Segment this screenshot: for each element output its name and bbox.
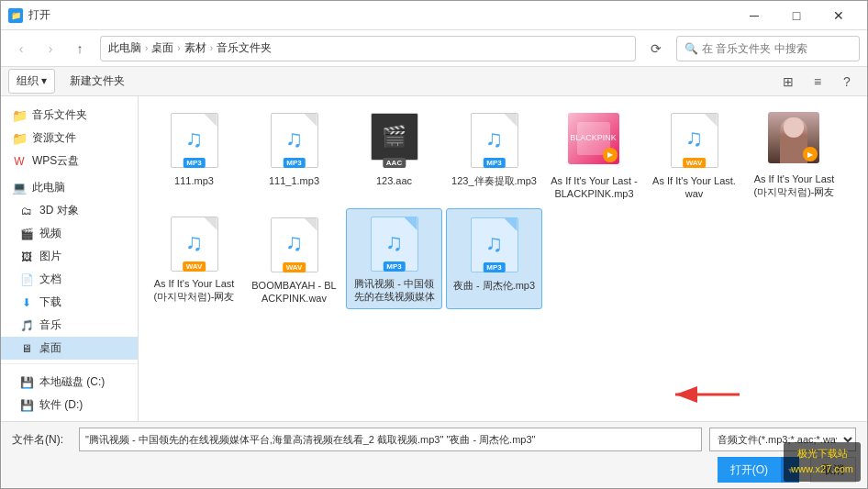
sidebar-item-documents[interactable]: 📄 文档 — [1, 268, 138, 291]
mp3-file-icon: ♫ MP3 — [271, 113, 318, 170]
maximize-button[interactable]: □ — [775, 1, 818, 30]
title-bar-left: 📁 打开 — [8, 7, 50, 23]
filename-row: 文件名(N): 音频文件(*.mp3;*.aac;*.wav;* — [12, 428, 856, 451]
breadcrumb-music-folder[interactable]: 音乐文件夹 — [217, 40, 272, 56]
minimize-button[interactable]: ─ — [733, 1, 775, 30]
documents-icon: 📄 — [19, 272, 34, 287]
file-name: 夜曲 - 周杰伦.mp3 — [453, 279, 535, 292]
open-dialog: 📁 打开 ─ □ ✕ ‹ › ↑ 此电脑 › 桌面 › 素材 › 音乐文件夹 ⟳… — [0, 0, 868, 489]
file-name: 111.mp3 — [174, 174, 214, 187]
file-item-asif-photo[interactable]: ▶ As If It's Your Last(마지막처럼)-网友别名：韩国证件照… — [746, 104, 842, 205]
sidebar-item-resource[interactable]: 📁 资源文件 — [1, 127, 138, 150]
sidebar-label: 下载 — [39, 295, 61, 310]
window-controls: ─ □ ✕ — [733, 1, 860, 30]
red-arrow-container — [671, 381, 744, 411]
sidebar-item-images[interactable]: 🖼 图片 — [1, 245, 138, 268]
file-name: As If It's Your Last(마지막처럼)-网友别名：韩国证件照抖音… — [751, 172, 838, 200]
breadcrumb-desktop[interactable]: 桌面 — [151, 40, 173, 56]
up-button[interactable]: ↑ — [67, 36, 93, 61]
sidebar-item-desktop[interactable]: 🖥 桌面 — [1, 337, 138, 360]
video-icon: 🎬 — [19, 227, 34, 241]
sidebar: 📁 音乐文件夹 📁 资源文件 W WPS云盘 💻 此电脑 🗂 3D 对象 🎬 — [1, 96, 139, 421]
sidebar-item-music[interactable]: 🎵 音乐 — [1, 314, 138, 337]
button-row: 打开(O) ▾ 取消 — [12, 457, 856, 483]
mp3-file-icon: ♫ MP3 — [471, 113, 518, 170]
sidebar-item-video[interactable]: 🎬 视频 — [1, 222, 138, 245]
sidebar-item-3d[interactable]: 🗂 3D 对象 — [1, 199, 138, 222]
file-item-tencent-video[interactable]: ♫ MP3 腾讯视频 - 中国领先的在线视频媒体平台,海量高清视频在线... — [346, 208, 442, 309]
back-button[interactable]: ‹ — [8, 36, 34, 61]
title-bar: 📁 打开 ─ □ ✕ — [1, 1, 867, 30]
file-item-123aac[interactable]: 🎬 AAC 123.aac — [346, 104, 442, 205]
sidebar-label: 3D 对象 — [39, 203, 79, 218]
file-name: 111_1.mp3 — [269, 174, 319, 187]
file-icon: ▶ — [765, 112, 824, 169]
music-icon: 🎵 — [19, 318, 34, 333]
view-icons-button[interactable]: ⊞ — [775, 71, 801, 93]
filename-input[interactable] — [79, 428, 702, 451]
sidebar-item-music-folder[interactable]: 📁 音乐文件夹 — [1, 104, 138, 127]
file-item-boombayah[interactable]: ♫ WAV BOOMBAYAH - BLACKPINK.wav — [246, 208, 342, 309]
close-button[interactable]: ✕ — [818, 1, 860, 30]
file-name: As If It's Your Last(마지막처럼)-网友别名：韩国证件照抖音… — [150, 277, 238, 305]
file-item-123-banzhou[interactable]: ♫ MP3 123_伴奏提取.mp3 — [446, 104, 542, 205]
file-item-asif-wav2[interactable]: ♫ WAV As If It's Your Last(마지막처럼)-网友别名：韩… — [146, 208, 242, 309]
app-icon: 📁 — [8, 8, 23, 23]
wav-file-icon: ♫ WAV — [671, 113, 718, 170]
breadcrumb-sep2: › — [177, 43, 180, 53]
window-title: 打开 — [28, 7, 50, 23]
disk-d-icon: 💾 — [19, 398, 34, 413]
forward-button[interactable]: › — [38, 36, 63, 61]
sidebar-item-wps[interactable]: W WPS云盘 — [1, 150, 138, 172]
sidebar-label: 文档 — [39, 272, 61, 287]
photo-file-icon: ▶ — [768, 112, 821, 169]
breadcrumb-sep3: › — [210, 43, 213, 53]
main-area: 📁 音乐文件夹 📁 资源文件 W WPS云盘 💻 此电脑 🗂 3D 对象 🎬 — [1, 96, 867, 421]
watermark: 极光下载站 www.x27.com — [784, 442, 861, 482]
file-item-yequ[interactable]: ♫ MP3 夜曲 - 周杰伦.mp3 — [446, 208, 542, 309]
sidebar-label: 桌面 — [39, 340, 61, 356]
filename-label: 文件名(N): — [12, 432, 72, 448]
sidebar-label: WPS云盘 — [32, 153, 79, 169]
folder-icon: 📁 — [12, 108, 27, 123]
sidebar-item-disk-d[interactable]: 💾 软件 (D:) — [1, 394, 138, 417]
images-icon: 🖼 — [19, 250, 34, 264]
breadcrumb-pc[interactable]: 此电脑 — [108, 40, 141, 56]
breadcrumb: 此电脑 › 桌面 › 素材 › 音乐文件夹 — [100, 36, 636, 61]
file-item-111mp3[interactable]: ♫ MP3 111.mp3 — [146, 104, 242, 205]
file-item-asif-blackpink[interactable]: BLACKPINK ▶ As If It's Your Last - BLACK… — [546, 104, 642, 205]
red-arrow-icon — [671, 381, 744, 408]
wav-file-icon: ♫ WAV — [171, 217, 218, 273]
open-button[interactable]: 打开(O) — [718, 457, 781, 483]
search-input[interactable] — [702, 42, 851, 55]
folder-icon: 📁 — [12, 131, 27, 146]
file-icon: BLACKPINK ▶ — [565, 112, 624, 171]
breadcrumb-sep1: › — [145, 43, 148, 53]
sidebar-item-download[interactable]: ⬇ 下载 — [1, 291, 138, 314]
file-icon: ♫ MP3 — [465, 112, 524, 171]
sidebar-label: 音乐 — [39, 317, 61, 333]
file-icon: ♫ MP3 — [465, 217, 524, 275]
file-item-asif-wav[interactable]: ♫ WAV As If It's Your Last.wav — [646, 104, 742, 205]
file-name: BOOMBAYAH - BLACKPINK.wav — [250, 279, 338, 305]
file-name: 123_伴奏提取.mp3 — [451, 174, 537, 187]
file-icon: ♫ MP3 — [165, 112, 224, 171]
sidebar-item-this-pc[interactable]: 💻 此电脑 — [1, 176, 138, 199]
file-icon: ♫ WAV — [165, 217, 224, 273]
view-details-button[interactable]: ≡ — [805, 71, 830, 93]
file-area: ♫ MP3 111.mp3 ♫ — [139, 96, 867, 421]
new-folder-button[interactable]: 新建文件夹 — [62, 70, 132, 93]
mp3-file-icon: ♫ MP3 — [171, 113, 218, 170]
sidebar-item-disk-c[interactable]: 💾 本地磁盘 (C:) — [1, 371, 138, 394]
file-icon: 🎬 AAC — [365, 112, 424, 171]
view-help-button[interactable]: ? — [834, 71, 860, 93]
wps-icon: W — [12, 154, 27, 169]
breadcrumb-material[interactable]: 素材 — [184, 40, 206, 56]
file-icon: ♫ WAV — [265, 217, 324, 275]
file-item-111_1mp3[interactable]: ♫ MP3 111_1.mp3 — [246, 104, 342, 205]
sidebar-label: 资源文件 — [32, 130, 76, 146]
refresh-button[interactable]: ⟳ — [643, 36, 669, 61]
toolbar2-left: 组织 ▾ 新建文件夹 — [8, 69, 132, 94]
organize-button[interactable]: 组织 ▾ — [8, 69, 55, 94]
file-icon: ♫ WAV — [665, 112, 724, 171]
